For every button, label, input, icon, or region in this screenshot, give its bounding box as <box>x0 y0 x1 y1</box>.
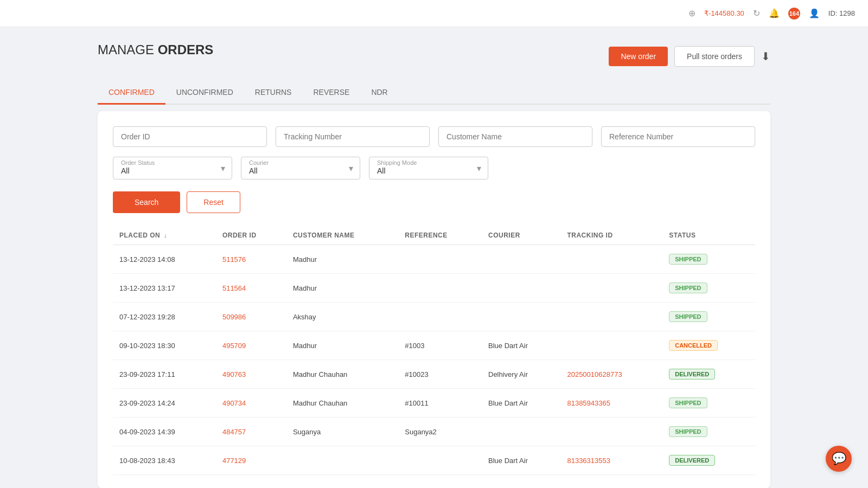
order-id-link[interactable]: 490763 <box>222 370 246 378</box>
order-id-link[interactable]: 484757 <box>222 428 246 436</box>
courier-group: Courier All Blue Dart Air Delhivery Air … <box>241 157 360 179</box>
user-icon[interactable]: 👤 <box>809 8 820 18</box>
cell-customer-name: Madhur <box>286 245 398 274</box>
cell-customer-name: Madhur <box>286 274 398 303</box>
col-customer-name: CUSTOMER NAME <box>286 226 398 245</box>
cell-customer-name: Madhur <box>286 331 398 360</box>
cell-courier <box>482 303 560 331</box>
new-order-button[interactable]: New order <box>609 47 668 66</box>
col-order-id: ORDER ID <box>216 226 286 245</box>
table-row: 10-08-2023 18:43 477129 Blue Dart Air 81… <box>113 446 755 475</box>
tab-confirmed[interactable]: CONFIRMED <box>98 81 165 105</box>
header-actions: New order Pull store orders ⬇ <box>609 46 770 67</box>
reference-number-input[interactable] <box>601 126 755 147</box>
refresh-icon[interactable]: ↻ <box>753 8 760 18</box>
shipping-mode-select[interactable]: All Air Surface <box>377 166 480 175</box>
download-button[interactable]: ⬇ <box>761 50 770 63</box>
order-id-link[interactable]: 509986 <box>222 313 246 321</box>
table-row: 04-09-2023 14:39 484757 Suganya Suganya2… <box>113 418 755 446</box>
filter-row-selects: Order Status All Shipped Delivered Cance… <box>113 157 755 179</box>
cell-courier: Blue Dart Air <box>482 446 560 475</box>
cell-reference: #10011 <box>398 389 482 418</box>
chat-button[interactable]: 💬 <box>826 446 852 472</box>
shipping-mode-group: Shipping Mode All Air Surface ▾ <box>369 157 488 179</box>
order-id-link[interactable]: 511564 <box>222 284 246 292</box>
cell-status: SHIPPED <box>662 389 755 418</box>
top-navigation: ⊕ ₹-144580.30 ↻ 🔔 164 👤 ID: 1298 <box>0 0 868 27</box>
cell-order-id: 511576 <box>216 245 286 274</box>
table-row: 13-12-2023 13:17 511564 Madhur SHIPPED <box>113 274 755 303</box>
cell-tracking-id <box>560 245 662 274</box>
cell-courier: Delhivery Air <box>482 360 560 389</box>
status-badge: CANCELLED <box>669 340 718 351</box>
cell-placed-on: 07-12-2023 19:28 <box>113 303 216 331</box>
cell-order-id: 490763 <box>216 360 286 389</box>
notification-icon[interactable]: 🔔 <box>769 8 780 18</box>
cell-order-id: 477129 <box>216 446 286 475</box>
order-status-label: Order Status <box>121 159 224 166</box>
cell-order-id: 484757 <box>216 418 286 446</box>
user-id-display: ID: 1298 <box>828 9 855 17</box>
cell-placed-on: 04-09-2023 14:39 <box>113 418 216 446</box>
sort-icon: ↓ <box>164 232 167 239</box>
order-id-link[interactable]: 490734 <box>222 399 246 407</box>
order-id-link[interactable]: 477129 <box>222 457 246 465</box>
cell-status: SHIPPED <box>662 303 755 331</box>
tracking-id-link[interactable]: 81336313553 <box>567 457 610 465</box>
col-placed-on[interactable]: PLACED ON ↓ <box>113 226 216 245</box>
status-badge: DELIVERED <box>669 369 715 380</box>
cell-order-id: 495709 <box>216 331 286 360</box>
order-id-link[interactable]: 511576 <box>222 255 246 264</box>
filter-actions: Search Reset <box>113 191 755 213</box>
tracking-number-input[interactable] <box>276 126 430 147</box>
cell-order-id: 509986 <box>216 303 286 331</box>
order-status-select[interactable]: All Shipped Delivered Cancelled <box>121 166 224 175</box>
cell-courier <box>482 274 560 303</box>
col-courier: COURIER <box>482 226 560 245</box>
cell-status: SHIPPED <box>662 245 755 274</box>
tracking-id-link[interactable]: 20250010628773 <box>567 370 622 378</box>
status-badge: DELIVERED <box>669 455 715 466</box>
tracking-id-link[interactable]: 81385943365 <box>567 399 610 407</box>
cell-reference: Suganya2 <box>398 418 482 446</box>
cell-order-id: 511564 <box>216 274 286 303</box>
pull-store-orders-button[interactable]: Pull store orders <box>674 46 755 67</box>
add-balance-icon[interactable]: ⊕ <box>688 8 695 18</box>
col-tracking-id: TRACKING ID <box>560 226 662 245</box>
shipping-mode-label: Shipping Mode <box>377 159 480 166</box>
cell-placed-on: 13-12-2023 13:17 <box>113 274 216 303</box>
status-badge: SHIPPED <box>669 311 707 322</box>
cell-reference <box>398 303 482 331</box>
table-header-row: PLACED ON ↓ ORDER ID CUSTOMER NAME REFER… <box>113 226 755 245</box>
cell-placed-on: 23-09-2023 14:24 <box>113 389 216 418</box>
tab-returns[interactable]: RETURNS <box>244 81 303 105</box>
cell-tracking-id: 20250010628773 <box>560 360 662 389</box>
tab-unconfirmed[interactable]: UNCONFIRMED <box>165 81 244 105</box>
page-title: MANAGE ORDERS <box>98 42 213 57</box>
search-button[interactable]: Search <box>113 191 180 213</box>
cell-placed-on: 13-12-2023 14:08 <box>113 245 216 274</box>
col-status: STATUS <box>662 226 755 245</box>
tab-reverse[interactable]: REVERSE <box>302 81 360 105</box>
cell-tracking-id: 81385943365 <box>560 389 662 418</box>
cell-customer-name: Madhur Chauhan <box>286 360 398 389</box>
cell-status: DELIVERED <box>662 446 755 475</box>
tab-ndr[interactable]: NDR <box>360 81 398 105</box>
table-header: PLACED ON ↓ ORDER ID CUSTOMER NAME REFER… <box>113 226 755 245</box>
cell-customer-name: Akshay <box>286 303 398 331</box>
order-id-link[interactable]: 495709 <box>222 342 246 350</box>
table-row: 07-12-2023 19:28 509986 Akshay SHIPPED <box>113 303 755 331</box>
orders-table-container: PLACED ON ↓ ORDER ID CUSTOMER NAME REFER… <box>113 226 755 475</box>
cell-reference: #1003 <box>398 331 482 360</box>
status-badge: SHIPPED <box>669 254 707 265</box>
cell-placed-on: 09-10-2023 18:30 <box>113 331 216 360</box>
cell-tracking-id <box>560 331 662 360</box>
courier-select[interactable]: All Blue Dart Air Delhivery Air <box>249 166 352 175</box>
reset-button[interactable]: Reset <box>187 191 240 213</box>
col-reference: REFERENCE <box>398 226 482 245</box>
cell-tracking-id: 81336313553 <box>560 446 662 475</box>
order-id-input[interactable] <box>113 126 267 147</box>
customer-name-input[interactable] <box>438 126 592 147</box>
table-row: 13-12-2023 14:08 511576 Madhur SHIPPED <box>113 245 755 274</box>
cell-courier: Blue Dart Air <box>482 331 560 360</box>
